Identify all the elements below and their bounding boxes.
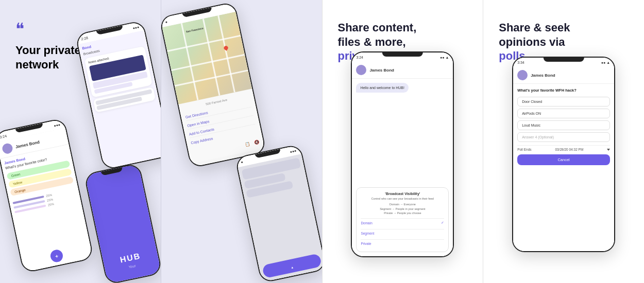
phone-poll: 3:34 ●● ▲ James Bond What's your favorit…	[512, 57, 615, 252]
phone-map: ● San Francisco	[161, 2, 267, 169]
chat-message: Hello and welcome to HUB!	[356, 83, 409, 93]
chat-avatar	[356, 65, 366, 75]
panel-map: ● San Francisco	[161, 0, 322, 283]
option-domain: Domain ✓	[361, 218, 444, 227]
poll-ends-row: Poll Ends 03/28/20 04:32 PM	[517, 145, 610, 151]
panel-share-content: Share content,files & more, privately 3:…	[322, 0, 483, 283]
poll-header: James Bond	[513, 67, 614, 84]
chevron-down-icon	[607, 149, 610, 151]
panel-2-phones: ● San Francisco	[161, 0, 322, 283]
panel-1-phones: 3:24 ●●● James Bond James Bond What's yo…	[0, 0, 161, 283]
chat-contact-name: James Bond	[369, 68, 394, 73]
poll-question: What's your favorite WFH hack?	[517, 88, 610, 93]
phone-hub-preview: HUB Your	[83, 163, 161, 283]
poll-avatar	[517, 70, 528, 80]
broadcast-card: 'Broadcast Visibility' Control who can s…	[356, 187, 449, 252]
poll-option-1[interactable]: Door Closed	[517, 97, 610, 107]
cancel-button[interactable]: Cancel	[517, 154, 610, 165]
map-content: San Francisco 500 Farrest Ave Get Direct…	[162, 12, 265, 167]
poll-option-2[interactable]: AirPods ON	[517, 109, 610, 118]
poll-phone-content: James Bond What's your favorite color? G…	[0, 145, 93, 272]
poll-option-3[interactable]: Loud Music	[517, 120, 610, 130]
broadcast-options: Domain ✓ Segment Private	[361, 218, 444, 247]
phone-chat: 3:24 ●● ▲ James Bond Hello and welcome t…	[351, 51, 454, 257]
chat-body: Hello and welcome to HUB! 'Broadcast Vis…	[352, 79, 453, 256]
phone-broadcast-preview: 2:28 ●●● Bond Broadcasts Notes attached.	[75, 20, 161, 170]
poll-contact-name: James Bond	[531, 73, 555, 78]
phone-files: ● ●●● ▲	[234, 144, 322, 283]
map-area: San Francisco	[162, 12, 252, 104]
option-private: Private	[361, 239, 444, 247]
poll-body: What's your favorite WFH hack? Door Clos…	[513, 84, 614, 251]
chat-header: James Bond	[352, 62, 453, 79]
poll-option-optional[interactable]: Answer 4 (Optional)	[517, 132, 610, 142]
phone-poll-preview: 3:24 ●●● James Bond James Bond What's yo…	[0, 118, 94, 274]
avatar	[2, 143, 14, 155]
panel-private-network: ❝ Your private network 3:24 ●●● James Bo…	[0, 0, 161, 283]
option-segment: Segment	[361, 229, 444, 237]
panel-polls: Share & seekopinions via polls 3:34 ●● ▲…	[483, 0, 644, 283]
